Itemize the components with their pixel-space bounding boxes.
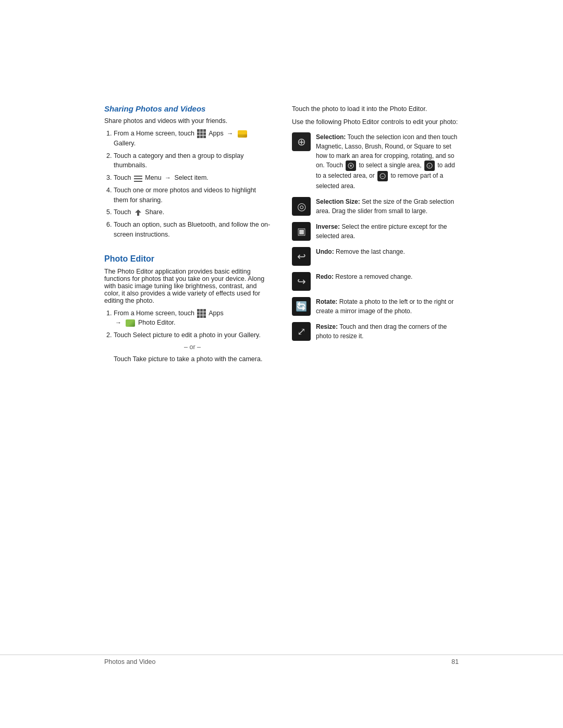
resize-icon-box — [292, 322, 311, 341]
photo-editor-section: Photo Editor The Photo Editor applicatio… — [104, 254, 271, 364]
footer: Photos and Video 81 — [0, 655, 563, 665]
sharing-step-6: Touch an option, such as Bluetooth, and … — [114, 220, 271, 240]
or-divider: – or – — [114, 342, 271, 352]
selection-desc: Selection: Touch the selection icon and … — [316, 132, 459, 191]
right-step3: Touch the photo to load it into the Phot… — [292, 104, 459, 114]
icon-row-undo: Undo: Remove the last change. — [292, 247, 459, 266]
photo-editor-title: Photo Editor — [104, 254, 271, 264]
left-column: Sharing Photos and Videos Share photos a… — [104, 104, 271, 368]
svg-marker-3 — [135, 209, 141, 216]
pe-step2-sub: Touch Take picture to take a photo with … — [114, 354, 271, 364]
right-column: Touch the photo to load it into the Phot… — [292, 104, 459, 368]
step6-text: Touch an option, such as Bluetooth, and … — [114, 221, 270, 238]
resize-desc: Resize: Touch and then drag the corners … — [316, 322, 459, 341]
icon-row-rotate: Rotate: Rotate a photo to the left or to… — [292, 297, 459, 316]
step2-text: Touch a category and then a group to dis… — [114, 152, 243, 169]
pe-step-1: From a Home screen, touch Apps → Photo E… — [114, 309, 271, 328]
svg-text:+: + — [428, 164, 431, 169]
menu-icon — [134, 175, 142, 181]
footer-right: 81 — [451, 658, 459, 665]
svg-text:−: − — [381, 174, 384, 179]
sharing-step-4: Touch one or more photos and videos to h… — [114, 186, 271, 205]
redo-desc: Redo: Restore a removed change. — [316, 272, 459, 281]
icon-row-selection-size: Selection Size: Set the size of the Grab… — [292, 197, 459, 216]
undo-icon-box — [292, 247, 311, 266]
step1-gallery-label: Gallery. — [114, 140, 136, 147]
sharing-step-5: Touch Share. — [114, 207, 271, 217]
pe-apps-icon — [197, 309, 206, 318]
rotate-desc: Rotate: Rotate a photo to the left or to… — [316, 297, 459, 316]
sharing-step-1: From a Home screen, touch Apps → Gallery… — [114, 129, 271, 149]
photo-editor-steps: From a Home screen, touch Apps → Photo E… — [104, 309, 271, 364]
selection-icon-box — [292, 132, 311, 151]
select-single-icon — [346, 161, 356, 171]
redo-icon-box — [292, 272, 311, 291]
svg-point-5 — [350, 165, 352, 167]
right-step4: Use the following Photo Editor controls … — [292, 117, 459, 127]
sharing-intro: Share photos and videos with your friend… — [104, 117, 271, 125]
sharing-title: Sharing Photos and Videos — [104, 104, 271, 113]
svg-rect-2 — [134, 181, 142, 182]
sharing-steps: From a Home screen, touch Apps → Gallery… — [104, 129, 271, 240]
sharing-step-3: Touch Menu → Select item. — [114, 173, 271, 183]
photo-editor-app-icon — [126, 319, 135, 327]
pe-step2-text: Touch Select picture to edit a photo in … — [114, 331, 261, 339]
step1-text: From a Home screen, touch — [114, 130, 196, 137]
share-icon — [134, 209, 142, 216]
gallery-icon — [238, 130, 247, 138]
inverse-desc: Inverse: Select the entire picture excep… — [316, 222, 459, 241]
rotate-icon-box — [292, 297, 311, 316]
apps-icon — [197, 129, 206, 138]
icon-row-inverse: Inverse: Select the entire picture excep… — [292, 222, 459, 241]
sharing-section: Sharing Photos and Videos Share photos a… — [104, 104, 271, 240]
step4-text: Touch one or more photos and videos to h… — [114, 187, 256, 204]
two-column-layout: Sharing Photos and Videos Share photos a… — [104, 104, 459, 368]
icon-row-resize: Resize: Touch and then drag the corners … — [292, 322, 459, 341]
sharing-step-2: Touch a category and then a group to dis… — [114, 151, 271, 171]
step1-apps-label: Apps — [209, 130, 225, 137]
remove-from-selection-icon: − — [377, 171, 388, 181]
undo-desc: Undo: Remove the last change. — [316, 247, 459, 256]
page-content: Sharing Photos and Videos Share photos a… — [0, 0, 563, 472]
inverse-icon-box — [292, 222, 311, 241]
footer-left: Photos and Video — [104, 658, 451, 665]
pe-step-2: Touch Select picture to edit a photo in … — [114, 330, 271, 364]
add-to-selection-icon: + — [424, 161, 435, 171]
icon-row-redo: Redo: Restore a removed change. — [292, 272, 459, 291]
step1-arrow: → — [227, 129, 233, 138]
photo-editor-intro: The Photo Editor application provides ba… — [104, 268, 271, 304]
svg-rect-0 — [134, 176, 142, 177]
selection-size-desc: Selection Size: Set the size of the Grab… — [316, 197, 459, 216]
selection-size-icon-box — [292, 197, 311, 216]
svg-rect-1 — [134, 178, 142, 179]
icon-row-selection: Selection: Touch the selection icon and … — [292, 132, 459, 191]
